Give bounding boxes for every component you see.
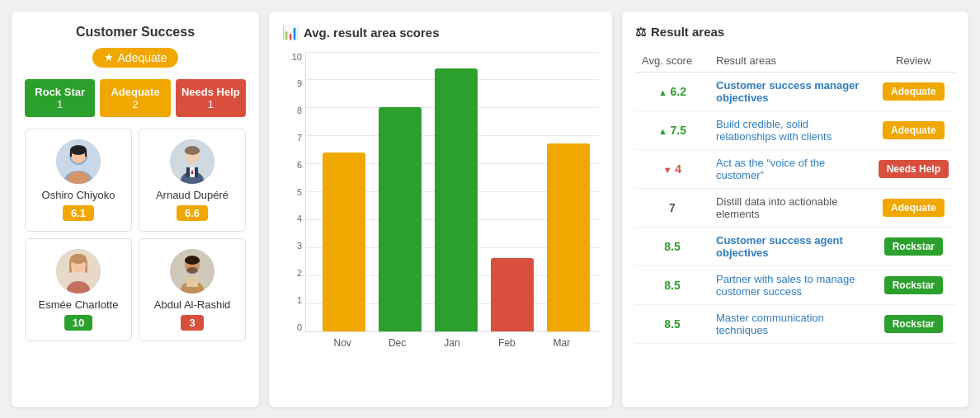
result-review-4[interactable]: Rockstar xyxy=(872,227,955,265)
chart-title: 📊 Avg. result area scores xyxy=(282,25,599,40)
x-label-dec: Dec xyxy=(376,337,417,349)
employee-card-3: Abdul Al-Rashid 3 xyxy=(139,238,246,341)
stat-needshelp-num: 1 xyxy=(179,98,243,110)
emp-name-0: Oshiro Chiyoko xyxy=(32,189,125,201)
employees-grid: Oshiro Chiyoko 6.1 xyxy=(25,129,246,341)
result-score-2: ▼ 4 xyxy=(635,149,709,188)
stats-row: Rock Star 1 Adequate 2 Needs Help 1 xyxy=(25,79,246,117)
emp-name-2: Esmée Charlotte xyxy=(32,298,125,311)
star-icon: ★ xyxy=(104,51,114,63)
col-review: Review xyxy=(872,49,955,73)
result-score-0: ▲ 6.2 xyxy=(635,72,709,110)
main-container: Customer Success ★ Adequate Rock Star 1 … xyxy=(12,12,968,407)
result-review-5[interactable]: Rockstar xyxy=(872,265,955,304)
review-btn-4[interactable]: Rockstar xyxy=(884,237,943,256)
result-area-3[interactable]: Distill data into actionable elements xyxy=(709,188,872,227)
x-label-mar: Mar xyxy=(541,337,582,349)
result-review-2[interactable]: Needs Help xyxy=(872,149,955,188)
result-area-6[interactable]: Master communication techniques xyxy=(709,304,872,343)
bars-container xyxy=(306,52,599,331)
right-panel: ⚖ Result areas Avg. score Result areas R… xyxy=(622,12,968,407)
x-label-nov: Nov xyxy=(322,337,363,349)
review-btn-0[interactable]: Adequate xyxy=(883,82,945,101)
emp-name-3: Abdul Al-Rashid xyxy=(146,298,238,311)
employee-card-1: Arnaud Dupéré 6.6 xyxy=(139,129,246,232)
stat-adequate-num: 2 xyxy=(103,98,167,110)
y-label-1: 1 xyxy=(282,295,302,305)
y-label-8: 8 xyxy=(282,106,302,115)
x-label-jan: Jan xyxy=(431,337,473,349)
svg-point-16 xyxy=(185,147,200,155)
result-row-4: 8.5Customer success agent objectivesRock… xyxy=(635,227,955,265)
stat-rockstar: Rock Star 1 xyxy=(25,79,95,117)
result-row-5: 8.5Partner with sales to manage customer… xyxy=(635,265,955,304)
x-labels: Nov Dec Jan Feb Mar xyxy=(305,337,599,349)
result-table: Avg. score Result areas Review ▲ 6.2Cust… xyxy=(635,49,955,344)
result-score-6: 8.5 xyxy=(635,304,709,343)
avatar-0 xyxy=(56,139,101,184)
bar-nov xyxy=(323,52,365,331)
employee-card-0: Oshiro Chiyoko 6.1 xyxy=(25,129,132,232)
y-label-7: 7 xyxy=(282,133,302,143)
bar-dec xyxy=(379,52,422,331)
svg-point-31 xyxy=(185,256,200,265)
bar-feb-rect xyxy=(491,258,534,331)
review-btn-5[interactable]: Rockstar xyxy=(884,276,943,294)
result-area-4[interactable]: Customer success agent objectives xyxy=(709,227,872,265)
y-label-4: 4 xyxy=(282,214,302,223)
bar-nov-rect xyxy=(323,153,365,331)
stat-needshelp-label: Needs Help xyxy=(179,86,243,98)
review-btn-6[interactable]: Rockstar xyxy=(884,315,943,333)
stat-adequate: Adequate 2 xyxy=(100,79,170,117)
col-result-areas: Result areas xyxy=(709,49,872,73)
result-review-1[interactable]: Adequate xyxy=(872,110,955,149)
y-label-6: 6 xyxy=(282,160,302,170)
avatar-1 xyxy=(170,139,214,184)
review-btn-2[interactable]: Needs Help xyxy=(879,160,949,178)
svg-point-24 xyxy=(70,254,87,264)
y-label-5: 5 xyxy=(282,187,302,197)
result-area-2[interactable]: Act as the “voice of the customer” xyxy=(709,149,872,188)
svg-point-5 xyxy=(70,145,87,155)
middle-panel: 📊 Avg. result area scores 0 1 2 3 4 5 6 … xyxy=(269,12,612,407)
bar-jan xyxy=(435,52,478,331)
stat-rockstar-num: 1 xyxy=(28,98,92,110)
result-review-6[interactable]: Rockstar xyxy=(872,304,955,343)
svg-rect-28 xyxy=(186,277,198,287)
y-label-0: 0 xyxy=(282,322,302,332)
emp-name-1: Arnaud Dupéré xyxy=(146,189,238,201)
result-row-1: ▲ 7.5Build credible, solid relationships… xyxy=(635,110,955,149)
result-row-2: ▼ 4Act as the “voice of the customer”Nee… xyxy=(635,149,955,188)
col-avg-score: Avg. score xyxy=(635,49,709,73)
avatar-2 xyxy=(56,249,101,294)
bar-dec-rect xyxy=(379,107,422,331)
result-score-1: ▲ 7.5 xyxy=(635,110,709,149)
y-label-2: 2 xyxy=(282,268,302,278)
review-btn-3[interactable]: Adequate xyxy=(883,199,945,217)
bar-mar-rect xyxy=(547,143,590,331)
result-review-3[interactable]: Adequate xyxy=(872,188,955,227)
result-area-5[interactable]: Partner with sales to manage customer su… xyxy=(709,265,872,304)
y-label-9: 9 xyxy=(282,78,302,88)
result-area-1[interactable]: Build credible, solid relationships with… xyxy=(709,110,872,149)
avatar-3 xyxy=(170,249,214,294)
chart-icon: 📊 xyxy=(282,25,299,40)
y-label-10: 10 xyxy=(282,52,302,62)
x-label-feb: Feb xyxy=(486,337,527,349)
result-title: ⚖ Result areas xyxy=(635,25,955,40)
result-review-0[interactable]: Adequate xyxy=(872,72,955,110)
result-area-0[interactable]: Customer success manager objectives xyxy=(709,72,872,110)
svg-point-32 xyxy=(186,267,198,274)
stat-adequate-label: Adequate xyxy=(103,86,167,98)
bar-feb xyxy=(491,52,534,331)
left-panel: Customer Success ★ Adequate Rock Star 1 … xyxy=(12,12,259,407)
bar-jan-rect xyxy=(435,68,478,331)
adequate-badge: ★ Adequate xyxy=(92,48,179,68)
result-score-5: 8.5 xyxy=(635,265,709,304)
result-icon: ⚖ xyxy=(635,25,646,40)
stat-needshelp: Needs Help 1 xyxy=(176,79,246,117)
emp-score-3: 3 xyxy=(181,315,203,331)
review-btn-1[interactable]: Adequate xyxy=(883,121,945,139)
employee-card-2: Esmée Charlotte 10 xyxy=(25,238,132,341)
result-row-3: 7Distill data into actionable elementsAd… xyxy=(635,188,955,227)
